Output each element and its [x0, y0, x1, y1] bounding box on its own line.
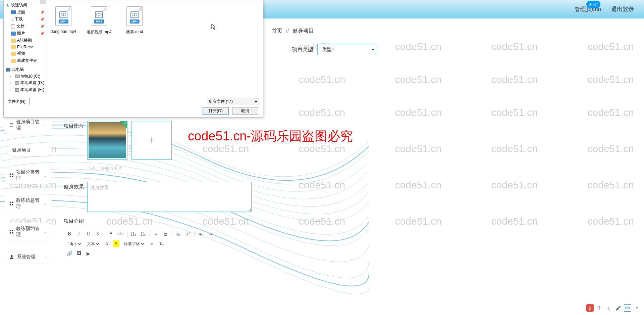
sidebar-item-coach-book[interactable]: 教练预约管理⌄	[5, 223, 52, 241]
tree-drive[interactable]: ›本地磁盘 (D:)	[4, 79, 46, 86]
strike-button[interactable]: S	[95, 231, 101, 237]
drive-icon	[15, 88, 19, 92]
ime-keyboard-icon[interactable]: ⌨	[624, 304, 631, 312]
sup-button[interactable]: x²	[185, 231, 191, 237]
folder-icon	[11, 59, 16, 63]
drive-icon	[15, 75, 20, 78]
tree-folder[interactable]: 新建文件夹	[4, 57, 46, 64]
video-icon	[130, 11, 139, 18]
user-icon	[9, 255, 14, 259]
filter-select[interactable]: 所有文件 (*.*)	[207, 98, 259, 105]
tree-pics[interactable]: 图片📌	[4, 30, 46, 37]
pin-icon: 📌	[40, 32, 44, 35]
sidebar-item-category[interactable]: 项目分类管理⌄	[5, 166, 52, 184]
svg-point-12	[11, 255, 12, 257]
font-type-select[interactable]: 文本	[86, 240, 100, 248]
ime-punct-button[interactable]: •,	[605, 304, 612, 312]
chevron-down-icon: ⌄	[44, 201, 47, 206]
grid-icon	[9, 229, 13, 234]
file-item[interactable]: MP4dongman.mp4	[50, 6, 77, 34]
tree-folder[interactable]: FileRecv	[4, 44, 46, 50]
svg-rect-0	[10, 174, 11, 175]
tree-drive[interactable]: ›Win10 (C:)	[4, 73, 46, 79]
sidebar-item-coach-info[interactable]: 教练信息管理⌄	[5, 194, 52, 213]
chevron-down-icon: ⌄	[44, 173, 47, 178]
ime-lang-button[interactable]: 中	[596, 304, 603, 312]
svg-rect-2	[10, 176, 11, 177]
effect-textarea[interactable]	[87, 182, 252, 212]
tree-downloads[interactable]: ↓下载📌	[4, 16, 46, 23]
tree-desktop[interactable]: 桌面📌	[4, 9, 46, 16]
tree-folder[interactable]: 视频	[4, 50, 46, 57]
h1-button[interactable]: H₁	[131, 231, 137, 237]
breadcrumb: 首页 // 健身项目	[272, 28, 314, 35]
sidebar-item-project[interactable]: 健身项目	[7, 144, 52, 156]
video-button[interactable]: ▶	[85, 250, 91, 257]
checkmark-icon	[120, 121, 127, 129]
tree-quick-access[interactable]: ⌄★快速访问	[4, 2, 46, 9]
ime-mic-icon[interactable]: 🎤	[614, 304, 622, 312]
image-label: 项目图片	[64, 121, 84, 160]
sidebar-item-project-mgmt[interactable]: 健身项目管理⌄	[5, 116, 52, 134]
image-button[interactable]: 🖼	[76, 250, 82, 257]
clear-format-button[interactable]: T̵ₓ	[158, 240, 164, 247]
font-family-select[interactable]: 标准字体	[122, 240, 145, 248]
bold-button[interactable]: B	[66, 231, 72, 237]
cancel-button[interactable]: 取消	[232, 107, 258, 115]
link-button[interactable]: 🔗	[66, 250, 72, 257]
text-color-button[interactable]: A	[104, 240, 110, 247]
filename-input[interactable]	[29, 98, 204, 105]
italic-button[interactable]: I	[76, 231, 82, 237]
sidebar-item-system[interactable]: 系统管理⌄	[5, 251, 52, 263]
doc-icon	[11, 24, 15, 29]
svg-rect-10	[10, 232, 11, 234]
open-button[interactable]: 打开(O)	[203, 107, 229, 115]
pin-icon: 📌	[40, 17, 44, 21]
svg-rect-1	[12, 174, 13, 175]
uploaded-image[interactable]	[87, 121, 127, 160]
grid-icon	[9, 173, 13, 178]
quote-button[interactable]: ❝	[108, 231, 114, 237]
project-type-row: 项目类型 类型1	[292, 44, 376, 55]
font-size-select[interactable]: 14px	[66, 240, 82, 248]
folder-icon	[11, 32, 16, 36]
project-type-select[interactable]: 类型1	[317, 44, 376, 55]
code-button[interactable]: </>	[117, 231, 124, 237]
add-image-button[interactable]: +	[131, 121, 172, 160]
pin-icon: 📌	[40, 10, 44, 14]
plus-icon: +	[149, 134, 155, 146]
tree-drive[interactable]: ›本地磁盘 (E:)	[4, 86, 46, 93]
indent-button[interactable]: ⇤	[198, 231, 204, 237]
file-tree[interactable]: ⌄★快速访问 桌面📌 ↓下载📌 文档📌 图片📌 A轮播图 FileRecv 视频…	[4, 0, 46, 95]
outdent-button[interactable]: ⇥	[208, 231, 214, 237]
h2-button[interactable]: H₂	[140, 231, 146, 237]
download-icon: ↓	[11, 17, 13, 22]
tree-folder[interactable]: A轮播图	[4, 37, 46, 44]
tree-docs[interactable]: 文档📌	[4, 23, 46, 30]
chevron-down-icon: ⌄	[44, 230, 47, 234]
svg-rect-3	[12, 176, 13, 177]
rich-editor-toolbar: B I U S ❝ </> H₁ H₂ ≡ ≣ x₂ x² ⇤ ⇥ 14px 文…	[64, 227, 218, 258]
ol-button[interactable]: ≡	[153, 231, 159, 237]
underline-button[interactable]: U	[85, 231, 91, 237]
sub-button[interactable]: x₂	[176, 231, 182, 237]
svg-rect-5	[12, 202, 13, 203]
file-item[interactable]: MP4噢事.mp4	[121, 6, 148, 35]
time-badge: 04:47	[586, 1, 600, 8]
bg-color-button[interactable]: A	[113, 240, 119, 247]
pin-icon: 📌	[40, 25, 44, 28]
align-button[interactable]: ≡	[149, 240, 155, 247]
file-item[interactable]: MP4电影视频.mp4	[86, 6, 112, 35]
folder-icon	[11, 39, 16, 43]
logout-link[interactable]: 退出登录	[611, 5, 634, 13]
video-icon	[59, 11, 67, 18]
list-icon	[9, 123, 13, 127]
sogou-logo-icon[interactable]: S	[586, 304, 594, 312]
ime-menu-button[interactable]: ≡	[633, 304, 641, 312]
file-list: MP4dongman.mp4 MP4电影视频.mp4 MP4噢事.mp4	[46, 0, 263, 95]
ul-button[interactable]: ≣	[163, 231, 169, 237]
breadcrumb-home[interactable]: 首页	[272, 28, 282, 34]
svg-rect-9	[12, 230, 13, 231]
svg-rect-7	[12, 204, 13, 206]
tree-this-pc[interactable]: ⌄此电脑	[4, 66, 46, 73]
